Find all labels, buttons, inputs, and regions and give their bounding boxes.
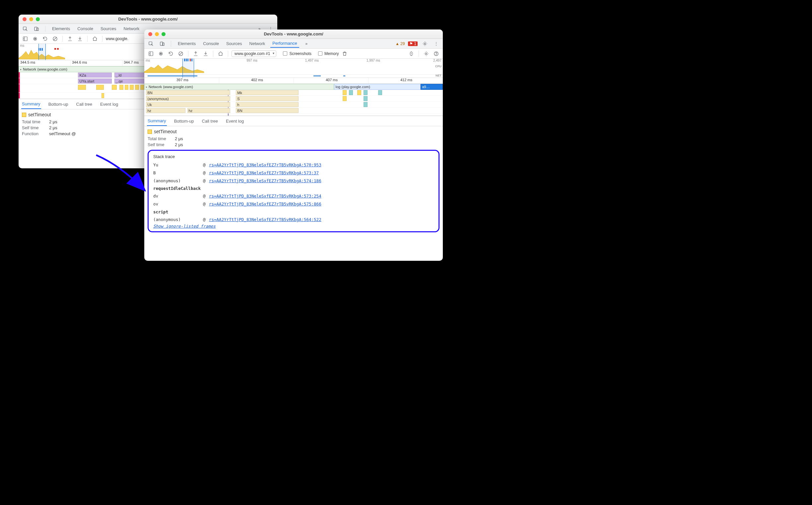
source-link[interactable]: rs=AA2YrTtTjPD_83NeleSxfEZ7rTB5vRKbgA:56… <box>209 216 321 224</box>
flame-block[interactable] <box>363 90 368 95</box>
upload-icon[interactable] <box>192 50 200 58</box>
flame-block[interactable]: _.qe <box>114 78 148 83</box>
flame-block[interactable]: h <box>236 102 299 107</box>
gear-icon[interactable] <box>421 40 429 48</box>
source-link[interactable]: rs=AA2YrTtTjPD_83NeleSxfEZ7rTB5vRKbgA:57… <box>209 200 321 208</box>
zoom-icon[interactable] <box>161 32 165 36</box>
reload-icon[interactable] <box>167 50 175 58</box>
flame-block[interactable]: S <box>236 96 299 101</box>
trash-icon[interactable] <box>341 50 349 58</box>
flame-block[interactable] <box>119 85 123 90</box>
flame-block[interactable]: _.ld <box>114 72 148 77</box>
home-icon[interactable] <box>91 35 99 43</box>
source-link[interactable]: rs=AA2YrTtTjPD_83NeleSxfEZ7rTB5vRKbgA:57… <box>209 161 321 169</box>
network-lane[interactable]: ▸Network (www.google.com) <box>144 84 334 90</box>
help-icon[interactable] <box>432 50 440 58</box>
record-icon[interactable] <box>157 50 165 58</box>
device-icon[interactable] <box>32 25 40 33</box>
flame-block[interactable] <box>343 90 347 95</box>
source-link[interactable]: rs=AA2YrTtTjPD_83NeleSxfEZ7rTB5vRKbgA:57… <box>209 177 321 185</box>
collapse-icon[interactable] <box>407 50 415 58</box>
toggle-sidebar-icon[interactable] <box>147 50 155 58</box>
dtab-eventlog[interactable]: Event log <box>225 117 244 126</box>
flame-block[interactable] <box>349 90 353 95</box>
flame-block[interactable]: hz <box>146 108 186 113</box>
tab-network[interactable]: Network <box>247 40 267 47</box>
overflow-icon[interactable]: » <box>303 40 311 48</box>
dtab-bottomup[interactable]: Bottom-up <box>173 117 195 126</box>
flame-chart[interactable]: BN (anonymous) Uk hz hz Mk S <box>144 90 443 116</box>
tab-console[interactable]: Console <box>75 25 95 32</box>
flame-block[interactable] <box>78 85 86 90</box>
flame-block[interactable]: hz <box>188 108 231 113</box>
flame-block[interactable] <box>112 85 117 90</box>
dtab-calltree[interactable]: Call tree <box>76 100 93 109</box>
show-ignore-listed-link[interactable]: Show ignore-listed frames <box>153 224 216 229</box>
flame-block[interactable] <box>96 85 104 90</box>
selection-window[interactable] <box>38 44 46 60</box>
flame-block[interactable] <box>102 93 104 98</box>
tab-elements[interactable]: Elements <box>176 40 198 47</box>
tab-console[interactable]: Console <box>201 40 221 47</box>
flame-block[interactable]: (anonymous) <box>146 96 230 101</box>
inspect-icon[interactable] <box>21 25 29 33</box>
flame-block[interactable] <box>363 102 368 107</box>
network-lane[interactable]: log (play.google.com) <box>334 84 421 90</box>
memory-checkbox[interactable] <box>318 51 322 56</box>
dtab-eventlog[interactable]: Event log <box>100 100 119 109</box>
flame-block[interactable] <box>135 85 139 90</box>
flame-block[interactable] <box>140 85 144 90</box>
flame-block[interactable]: BN <box>236 108 299 113</box>
download-icon[interactable] <box>76 35 84 43</box>
selection-window[interactable] <box>183 59 194 77</box>
toggle-sidebar-icon[interactable] <box>21 35 29 43</box>
dtab-summary[interactable]: Summary <box>21 100 41 109</box>
home-icon[interactable] <box>217 50 225 58</box>
timeline-overview[interactable]: ms 997 ms 1,497 ms 1,997 ms 2,497 CPU NE… <box>144 59 443 78</box>
reload-icon[interactable] <box>41 35 49 43</box>
svg-point-21 <box>160 53 161 54</box>
recording-select[interactable]: www.google.com #1 <box>232 50 276 57</box>
device-icon[interactable] <box>158 40 166 48</box>
close-icon[interactable] <box>22 17 26 21</box>
memory-label: Memory <box>324 51 339 56</box>
minimize-icon[interactable] <box>29 17 33 21</box>
error-badge[interactable]: ⚑ 1 <box>408 41 418 46</box>
flame-block[interactable] <box>363 96 368 101</box>
dtab-calltree[interactable]: Call tree <box>201 117 219 126</box>
inspect-icon[interactable] <box>147 40 155 48</box>
more-icon[interactable]: ⋮ <box>432 40 440 48</box>
download-icon[interactable] <box>202 50 210 58</box>
warning-badge[interactable]: ▲ 29 <box>395 41 405 46</box>
source-link[interactable]: rs=AA2YrTtTjPD_83NeleSxfEZ7rTB5vRKbgA:57… <box>209 169 319 177</box>
tab-performance[interactable]: Performance <box>270 39 299 48</box>
source-link[interactable]: rs=AA2YrTtTjPD_83NeleSxfEZ7rTB5vRKbgA:57… <box>209 192 321 200</box>
flame-block[interactable]: UYa.start <box>78 78 111 83</box>
clear-icon[interactable] <box>51 35 59 43</box>
flame-block[interactable]: KZa <box>78 72 111 77</box>
tab-sources[interactable]: Sources <box>224 40 244 47</box>
screenshots-checkbox[interactable] <box>283 51 287 56</box>
zoom-icon[interactable] <box>36 17 40 21</box>
clear-icon[interactable] <box>177 50 185 58</box>
record-icon[interactable] <box>31 35 39 43</box>
close-icon[interactable] <box>148 32 152 36</box>
flame-block[interactable] <box>357 90 362 95</box>
flame-block[interactable] <box>125 85 129 90</box>
upload-icon[interactable] <box>66 35 74 43</box>
flame-block[interactable]: Mk <box>236 90 299 95</box>
flame-block[interactable] <box>343 96 347 101</box>
flame-block[interactable]: Uk <box>146 102 230 107</box>
dtab-summary[interactable]: Summary <box>147 116 167 126</box>
cpu-label: CPU <box>435 64 442 68</box>
minimize-icon[interactable] <box>155 32 159 36</box>
network-lane[interactable]: a9… <box>421 84 443 90</box>
flame-block[interactable] <box>378 90 382 95</box>
tab-elements[interactable]: Elements <box>50 25 72 32</box>
tab-sources[interactable]: Sources <box>99 25 118 32</box>
gear-icon[interactable] <box>422 50 430 58</box>
flame-block[interactable]: BN <box>146 90 230 95</box>
flame-block[interactable] <box>130 85 134 90</box>
dtab-bottomup[interactable]: Bottom-up <box>48 100 69 109</box>
tab-network[interactable]: Network <box>122 25 142 32</box>
